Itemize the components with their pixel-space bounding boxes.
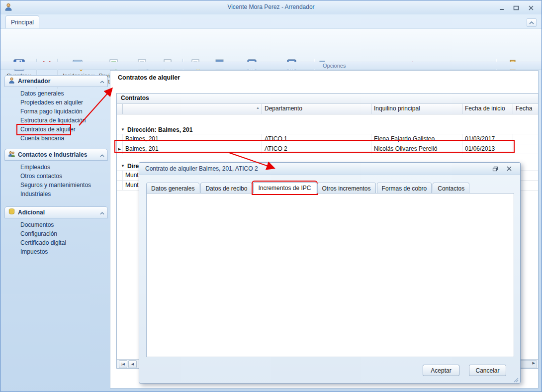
cell-inquilino: Nicolás Olivares Perelló (371, 144, 462, 154)
resize-grip[interactable] (513, 376, 519, 382)
cancel-button[interactable]: Cancelar (469, 365, 506, 376)
close-button[interactable] (525, 4, 538, 12)
contract-dialog: Contrato de alquiler Balmes, 201, ATICO … (139, 162, 521, 384)
sidebar-item-propiedades-en-alquiler[interactable]: Propiedades en alquiler (4, 98, 108, 107)
chevron-up-icon (529, 21, 534, 24)
sidebar-group-contactos: Contactos e industriales Empleados Otros… (4, 149, 108, 198)
sidebar-item-contratos-de-alquiler[interactable]: Contratos de alquiler (4, 125, 108, 134)
tab-otros-incrementos[interactable]: Otros incrementos (317, 183, 376, 194)
sidebar-item-datos-generales[interactable]: Datos generales (4, 89, 108, 98)
maximize-icon (513, 5, 519, 10)
database-icon (8, 208, 15, 217)
sort-asc-icon: ▲ (256, 106, 260, 109)
sidebar-item-forma-pago-liquidacion[interactable]: Forma pago liquidación (4, 107, 108, 116)
window-title: Vicente Mora Perez - Arrendador (0, 3, 542, 10)
maximize-button[interactable] (510, 4, 523, 12)
sidebar-item-certificado-digital[interactable]: Certificado digital (4, 238, 108, 247)
cell-fecha-inicio: 01/06/2013 (462, 144, 513, 154)
landlord-icon (8, 77, 15, 86)
sidebar-group-adicional: Adicional Documentos Configuración Certi… (4, 206, 108, 256)
chevron-up-icon[interactable] (100, 208, 104, 217)
group-expand-icon[interactable]: ▼ (121, 127, 125, 132)
cell-inquilino: Elena Fajardo Galisteo (371, 134, 462, 144)
tab-datos-de-recibo[interactable]: Datos de recibo (200, 183, 252, 194)
sidebar-group-arrendador: Arrendador Datos generales Propiedades e… (4, 75, 108, 143)
tab-formas-de-cobro[interactable]: Formas de cobro (377, 183, 432, 194)
column-header-direccion[interactable]: ▲ (123, 104, 262, 114)
cell-direccion: Balmes, 201 (123, 144, 262, 154)
chevron-up-icon[interactable] (100, 150, 104, 159)
grid-caption: Contratos (117, 94, 538, 104)
group-row-balmes[interactable]: ▼ Dirección: Balmes, 201 (117, 125, 538, 134)
sidebar-item-empleados[interactable]: Empleados (4, 163, 108, 172)
scroll-right-icon[interactable]: ▶ (533, 361, 535, 365)
cell-departamento: ATICO 2 (262, 144, 371, 154)
prev-record-button[interactable]: ◀ (128, 360, 137, 368)
ribbon-tabstrip: Principal (0, 14, 542, 28)
sidebar-group-title: Adicional (18, 209, 97, 216)
restore-icon (492, 166, 498, 172)
close-icon (506, 166, 512, 171)
sidebar-item-documentos[interactable]: Documentos (4, 220, 108, 229)
dialog-tabstrip: Datos generales Datos de recibo Incremen… (146, 182, 470, 194)
sidebar-group-title: Contactos e industriales (18, 151, 97, 158)
ribbon: Guardar y cerrar ▼ Incidencias y notific… (0, 28, 542, 70)
dialog-title: Contrato de alquiler Balmes, 201, ATICO … (145, 165, 486, 172)
contacts-icon (8, 150, 15, 160)
page-title: Contratos de alquiler (118, 74, 180, 81)
tab-contactos[interactable]: Contactos (433, 183, 469, 194)
ribbon-collapse-button[interactable] (527, 18, 537, 27)
close-icon (528, 5, 534, 10)
grid-header-row: ▲ Departamento Inquilino principal Fecha… (117, 104, 538, 114)
dialog-tab-page (146, 193, 514, 357)
chevron-up-icon[interactable] (100, 77, 104, 86)
table-row-atico2-selected[interactable]: ▶ Balmes, 201 ATICO 2 Nicolás Olivares P… (117, 144, 538, 154)
table-row-atico1[interactable]: Balmes, 201 ATICO 1 Elena Fajardo Galist… (117, 134, 538, 144)
sidebar-item-estructura-de-liquidacion[interactable]: Estructura de liquidación (4, 116, 108, 125)
column-header-fecha[interactable]: Fecha (513, 104, 538, 114)
dialog-restore-button[interactable] (490, 165, 500, 173)
dialog-close-button[interactable] (504, 165, 514, 173)
sidebar-item-impuestos[interactable]: Impuestos (4, 247, 108, 256)
column-header-departamento[interactable]: Departamento (262, 104, 371, 114)
cell-fecha-inicio: 01/03/2017 (462, 134, 513, 144)
cell-departamento: ATICO 1 (262, 134, 371, 144)
tab-principal[interactable]: Principal (5, 15, 39, 29)
sidebar-group-header[interactable]: Arrendador (4, 75, 108, 87)
dialog-title-bar: Contrato de alquiler Balmes, 201, ATICO … (139, 163, 520, 175)
accept-button[interactable]: Aceptar (423, 365, 459, 376)
sidebar-item-cuenta-bancaria[interactable]: Cuenta bancaria (4, 134, 108, 143)
first-record-button[interactable]: |◀ (119, 360, 127, 368)
sidebar-item-seguros-y-mantenimientos[interactable]: Seguros y mantenimientos (4, 181, 108, 190)
cell-direccion: Balmes, 201 (123, 134, 262, 144)
ribbon-group-caption: Opciones (0, 62, 542, 70)
sidebar-item-industriales[interactable]: Industriales (4, 190, 108, 198)
sidebar-group-title: Arrendador (18, 78, 97, 85)
sidebar-item-otros-contactos[interactable]: Otros contactos (4, 172, 108, 181)
tab-datos-generales[interactable]: Datos generales (146, 183, 199, 194)
column-header-fecha-inicio[interactable]: Fecha de inicio (462, 104, 513, 114)
tab-incrementos-de-ipc[interactable]: Incrementos de IPC (253, 182, 316, 194)
minimize-button[interactable] (496, 4, 509, 12)
minimize-icon (499, 5, 505, 10)
group-expand-icon[interactable]: ▼ (121, 164, 125, 168)
column-header-inquilino[interactable]: Inquilino principal (371, 104, 462, 114)
row-indicator-icon: ▶ (117, 144, 123, 154)
title-bar: Vicente Mora Perez - Arrendador (0, 0, 542, 14)
sidebar-group-header[interactable]: Adicional (4, 206, 108, 218)
sidebar-item-configuracion[interactable]: Configuración (4, 229, 108, 238)
sidebar-group-header[interactable]: Contactos e industriales (4, 149, 108, 161)
app-window: Vicente Mora Perez - Arrendador Principa… (0, 0, 542, 392)
